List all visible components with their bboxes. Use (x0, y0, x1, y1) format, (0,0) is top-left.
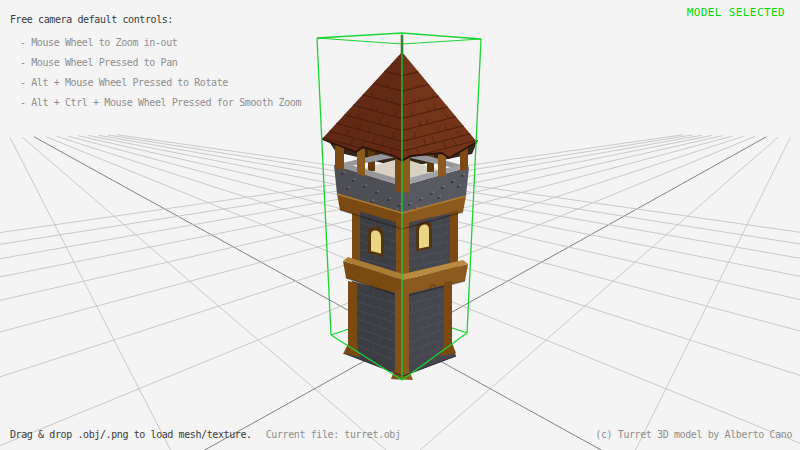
cobble-stone-highlight (349, 187, 351, 188)
cobble-stone-highlight (373, 200, 375, 201)
help-item: - Alt + Ctrl + Mouse Wheel Pressed for S… (20, 93, 301, 113)
cobble-stone-dot (457, 186, 459, 188)
cobble-stone-dot (441, 187, 443, 189)
cobble-stone-highlight (344, 172, 346, 173)
window-right-glass (419, 224, 429, 248)
cobble-stone-dot (341, 173, 343, 175)
cobble-stone-dot (346, 188, 348, 190)
drop-hint: Drag & drop .obj/.png to load mesh/textu… (10, 429, 252, 440)
cobble-stone-dot (370, 201, 372, 203)
cobble-stone-dot (352, 180, 354, 182)
help-item: - Mouse Wheel Pressed to Pan (20, 53, 301, 73)
cobble-stone-highlight (390, 198, 392, 199)
cobble-stone-highlight (366, 185, 368, 186)
model-credit: (c) Turret 3D model by Alberto Cano (595, 429, 792, 440)
cobble-stone-dot (363, 186, 365, 188)
cobble-stone-highlight (433, 192, 435, 193)
help-item: - Mouse Wheel to Zoom in-out (20, 33, 301, 53)
cobble-stone-highlight (355, 179, 357, 180)
cobble-stone-dot (419, 199, 421, 201)
cobble-stone-highlight (460, 185, 462, 186)
window-left-glass (371, 230, 381, 253)
viewport-3d[interactable]: Free camera default controls: - Mouse Wh… (0, 0, 800, 450)
cobble-stone-highlight (454, 180, 456, 181)
cobble-stone-highlight (378, 191, 380, 192)
cobble-stone-highlight (440, 196, 442, 197)
cobble-stone-highlight (417, 207, 419, 208)
cobble-stone-dot (387, 199, 389, 201)
cobble-stone-highlight (397, 209, 399, 210)
cobble-stone-highlight (444, 186, 446, 187)
cobble-stone-dot (408, 204, 410, 206)
camera-controls-help: Free camera default controls: - Mouse Wh… (10, 10, 301, 113)
shingle-tick (409, 72, 410, 74)
cobble-stone-highlight (464, 174, 466, 175)
current-file-label: Current file: turret.obj (266, 429, 401, 440)
cobble-stone-dot (375, 192, 377, 194)
cobble-stone-highlight (411, 203, 413, 204)
status-banner: MODEL SELECTED (687, 6, 785, 19)
help-title: Free camera default controls: (10, 10, 301, 30)
cobble-stone-dot (430, 193, 432, 195)
cobble-stone-highlight (422, 198, 424, 199)
footer-hints: Drag & drop .obj/.png to load mesh/textu… (10, 429, 401, 440)
help-item: - Alt + Mouse Wheel Pressed to Rotate (20, 73, 301, 93)
cobble-stone-dot (461, 175, 463, 177)
cobble-stone-dot (398, 205, 400, 207)
cobble-stone-dot (437, 197, 439, 199)
cobble-stone-dot (451, 181, 453, 183)
